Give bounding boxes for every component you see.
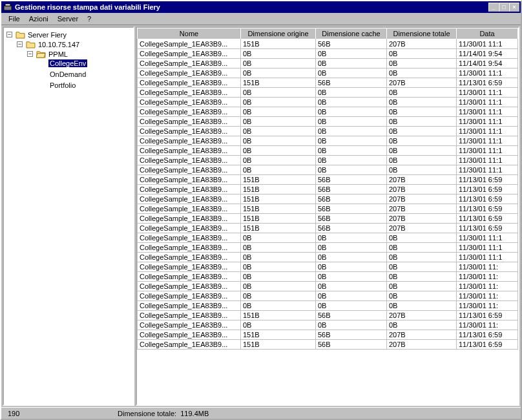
table-cell: 0B: [316, 291, 387, 301]
maximize-button[interactable]: □: [499, 3, 509, 12]
table-row[interactable]: CollegeSample_1EA83B9...151B56B207B11/13…: [138, 194, 518, 204]
tree-leaf-ondemand[interactable]: OnDemand: [37, 70, 87, 78]
minimize-button[interactable]: _: [488, 3, 499, 12]
status-count: 190: [4, 410, 114, 417]
table-row[interactable]: CollegeSample_1EA83B9...0B0B0B11/30/01 1…: [138, 282, 518, 291]
collapse-icon[interactable]: −: [27, 51, 33, 57]
table-cell: 11/30/01 11:1: [457, 88, 518, 98]
table-cell: 0B: [316, 253, 387, 262]
status-total: Dimensione totale: 119.4MB: [114, 410, 213, 417]
menu-file[interactable]: File: [4, 14, 25, 24]
tree-leaf-collegeenv[interactable]: CollegeEnv: [37, 59, 87, 67]
table-cell: CollegeSample_1EA83B9...: [138, 204, 241, 214]
table-row[interactable]: CollegeSample_1EA83B9...0B0B0B11/30/01 1…: [138, 156, 518, 165]
table-cell: 11/13/01 6:59: [457, 214, 518, 224]
col-data[interactable]: Data: [457, 28, 518, 39]
collapse-icon[interactable]: −: [6, 32, 12, 37]
table-cell: 0B: [387, 146, 457, 156]
col-dim-origine[interactable]: Dimensione origine: [241, 28, 316, 39]
table-cell: 0B: [241, 117, 316, 127]
table-row[interactable]: CollegeSample_1EA83B9...151B56B207B11/13…: [138, 78, 518, 88]
table-cell: CollegeSample_1EA83B9...: [138, 291, 241, 301]
table-cell: 56B: [316, 330, 387, 340]
menu-azioni[interactable]: Azioni: [25, 14, 53, 24]
status-total-label: Dimensione totale:: [118, 410, 176, 417]
table-row[interactable]: CollegeSample_1EA83B9...0B0B0B11/30/01 1…: [138, 107, 518, 117]
table-cell: 151B: [241, 175, 316, 185]
col-dim-totale[interactable]: Dimensione totale: [387, 28, 457, 39]
table-cell: 151B: [241, 340, 316, 350]
table-cell: CollegeSample_1EA83B9...: [138, 311, 241, 320]
table-cell: 0B: [316, 272, 387, 282]
table-row[interactable]: CollegeSample_1EA83B9...0B0B0B11/30/01 1…: [138, 146, 518, 156]
table-cell: 11/13/01 6:59: [457, 185, 518, 194]
table-row[interactable]: CollegeSample_1EA83B9...0B0B0B11/30/01 1…: [138, 272, 518, 282]
table-row[interactable]: CollegeSample_1EA83B9...0B0B0B11/30/01 1…: [138, 165, 518, 175]
table-row[interactable]: CollegeSample_1EA83B9...151B56B207B11/13…: [138, 185, 518, 194]
table-row[interactable]: CollegeSample_1EA83B9...0B0B0B11/30/01 1…: [138, 301, 518, 311]
tree-ip[interactable]: − 10.10.75.147: [17, 40, 81, 48]
table-cell: CollegeSample_1EA83B9...: [138, 272, 241, 282]
table-row[interactable]: CollegeSample_1EA83B9...0B0B0B11/30/01 1…: [138, 253, 518, 262]
tree-pane[interactable]: − Server Fiery − 10.10.75.147: [3, 26, 134, 406]
table-row[interactable]: CollegeSample_1EA83B9...151B56B207B11/13…: [138, 214, 518, 224]
table-row[interactable]: CollegeSample_1EA83B9...151B56B207B11/13…: [138, 175, 518, 185]
table-cell: 11/30/01 11:1: [457, 165, 518, 175]
folder-icon: [26, 40, 36, 48]
table-cell: 0B: [387, 156, 457, 165]
tree-root[interactable]: − Server Fiery: [6, 30, 68, 39]
table-cell: 11/30/01 11:1: [457, 243, 518, 253]
table-row[interactable]: CollegeSample_1EA83B9...0B0B0B11/30/01 1…: [138, 262, 518, 272]
table-row[interactable]: CollegeSample_1EA83B9...0B0B0B11/30/01 1…: [138, 243, 518, 253]
table-row[interactable]: CollegeSample_1EA83B9...0B0B0B11/30/01 1…: [138, 98, 518, 107]
col-dim-cache[interactable]: Dimensione cache: [316, 28, 387, 39]
table-row[interactable]: CollegeSample_1EA83B9...0B0B0B11/30/01 1…: [138, 68, 518, 78]
table-cell: 11/13/01 6:59: [457, 340, 518, 350]
table-cell: 151B: [241, 214, 316, 224]
table-cell: 151B: [241, 185, 316, 194]
table-row[interactable]: CollegeSample_1EA83B9...151B56B207B11/13…: [138, 224, 518, 233]
table-row[interactable]: CollegeSample_1EA83B9...0B0B0B11/30/01 1…: [138, 127, 518, 136]
table-cell: 11/30/01 11:1: [457, 233, 518, 243]
table-cell: 207B: [387, 78, 457, 88]
menu-help[interactable]: ?: [83, 14, 96, 24]
table-cell: 11/14/01 9:54: [457, 59, 518, 68]
collapse-icon[interactable]: −: [17, 41, 23, 47]
table-cell: 151B: [241, 78, 316, 88]
table-cell: CollegeSample_1EA83B9...: [138, 214, 241, 224]
table-row[interactable]: CollegeSample_1EA83B9...0B0B0B11/30/01 1…: [138, 136, 518, 146]
table-cell: 56B: [316, 39, 387, 49]
table-cell: 11/30/01 11:: [457, 320, 518, 330]
table-cell: 0B: [316, 320, 387, 330]
close-button[interactable]: ×: [509, 3, 519, 12]
table-cell: 11/13/01 6:59: [457, 175, 518, 185]
table-row[interactable]: CollegeSample_1EA83B9...151B56B207B11/13…: [138, 330, 518, 340]
table-cell: 56B: [316, 340, 387, 350]
table-row[interactable]: CollegeSample_1EA83B9...151B56B207B11/13…: [138, 204, 518, 214]
table-cell: CollegeSample_1EA83B9...: [138, 175, 241, 185]
table-row[interactable]: CollegeSample_1EA83B9...151B56B207B11/13…: [138, 340, 518, 350]
table-cell: 0B: [316, 233, 387, 243]
table-row[interactable]: CollegeSample_1EA83B9...0B0B0B11/30/01 1…: [138, 320, 518, 330]
table-cell: 0B: [241, 253, 316, 262]
table-row[interactable]: CollegeSample_1EA83B9...151B56B207B11/30…: [138, 39, 518, 49]
tree-ppml[interactable]: − PPML: [27, 50, 69, 58]
table-cell: CollegeSample_1EA83B9...: [138, 233, 241, 243]
menu-server[interactable]: Server: [53, 14, 83, 24]
table-row[interactable]: CollegeSample_1EA83B9...151B56B207B11/13…: [138, 311, 518, 320]
menubar: File Azioni Server ?: [1, 13, 521, 25]
table-cell: 11/13/01 6:59: [457, 78, 518, 88]
table-row[interactable]: CollegeSample_1EA83B9...0B0B0B11/30/01 1…: [138, 117, 518, 127]
table-row[interactable]: CollegeSample_1EA83B9...0B0B0B11/14/01 9…: [138, 49, 518, 59]
titlebar[interactable]: Gestione risorse stampa dati variabili F…: [1, 1, 521, 13]
table-row[interactable]: CollegeSample_1EA83B9...0B0B0B11/14/01 9…: [138, 59, 518, 68]
table-cell: 0B: [241, 272, 316, 282]
table-cell: 0B: [387, 49, 457, 59]
table-row[interactable]: CollegeSample_1EA83B9...0B0B0B11/30/01 1…: [138, 88, 518, 98]
table-row[interactable]: CollegeSample_1EA83B9...0B0B0B11/30/01 1…: [138, 291, 518, 301]
tree-leaf-portfolio[interactable]: Portfolio: [37, 81, 77, 89]
col-nome[interactable]: Nome: [138, 28, 241, 39]
table-cell: 0B: [241, 282, 316, 291]
table-row[interactable]: CollegeSample_1EA83B9...0B0B0B11/30/01 1…: [138, 233, 518, 243]
list-pane[interactable]: Nome Dimensione origine Dimensione cache…: [136, 26, 519, 406]
